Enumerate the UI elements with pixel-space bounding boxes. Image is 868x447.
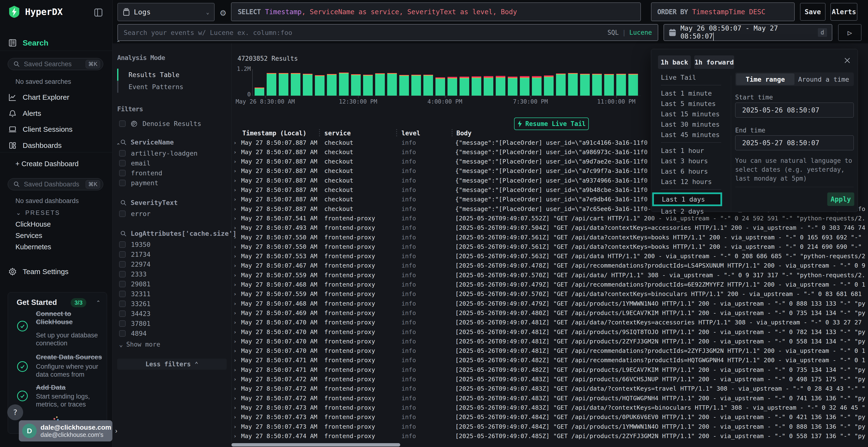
- row-expand-icon[interactable]: ›: [234, 367, 237, 373]
- save-button[interactable]: Save: [800, 3, 826, 21]
- denoise-results-option[interactable]: Denoise Results: [117, 120, 227, 128]
- histogram-bar[interactable]: [447, 77, 457, 96]
- row-expand-icon[interactable]: ›: [234, 244, 237, 250]
- table-row[interactable]: ›May 27 8:50:07.468 AMfrontend-proxyinfo…: [231, 280, 868, 289]
- facet-header[interactable]: SeverityText: [117, 199, 227, 206]
- close-icon[interactable]: [843, 56, 851, 65]
- time-option-last-2-days[interactable]: Last 2 days: [651, 206, 731, 216]
- facet-value[interactable]: 32311: [117, 289, 227, 299]
- row-expand-icon[interactable]: ›: [234, 329, 237, 335]
- column-resize-handle[interactable]: [452, 129, 453, 136]
- checkbox[interactable]: [119, 291, 126, 297]
- table-row[interactable]: ›May 27 8:50:07.473 AMfrontend-proxyinfo…: [231, 403, 868, 412]
- histogram-bar[interactable]: [303, 74, 312, 96]
- preset-kubernetes[interactable]: Kubernetes: [16, 243, 51, 251]
- histogram-bar[interactable]: [496, 76, 505, 96]
- histogram-bar[interactable]: [628, 74, 638, 96]
- saved-dashboards-input[interactable]: Saved Dashboards ⌘K: [8, 178, 103, 190]
- facet-value[interactable]: 37801: [117, 319, 227, 329]
- time-option-last-3-hours[interactable]: Last 3 hours: [651, 156, 731, 166]
- row-expand-icon[interactable]: ›: [234, 253, 237, 259]
- presets-toggle[interactable]: ⌄ PRESETS: [16, 209, 60, 216]
- row-expand-icon[interactable]: ›: [234, 196, 237, 202]
- table-row[interactable]: ›May 27 8:50:07.550 AMfrontend-proxyinfo…: [231, 242, 868, 251]
- help-button[interactable]: ?: [7, 404, 23, 420]
- table-row[interactable]: ›May 27 8:50:07.474 AMfrontend-proxyinfo…: [231, 431, 868, 441]
- checkbox[interactable]: [119, 301, 126, 307]
- histogram-bar[interactable]: [508, 77, 518, 96]
- saved-searches-input[interactable]: Saved Searches ⌘K: [8, 58, 103, 70]
- source-settings-button[interactable]: ⚙: [218, 7, 228, 18]
- histogram-bar[interactable]: [568, 73, 578, 96]
- histogram-bar[interactable]: [315, 75, 324, 96]
- column-header-timestamp[interactable]: Timestamp (Local): [242, 130, 306, 137]
- apply-button[interactable]: Apply: [827, 193, 854, 206]
- checkbox[interactable]: [119, 330, 126, 337]
- analysis-mode-results-table[interactable]: Results Table: [117, 69, 227, 81]
- histogram-bar[interactable]: [399, 75, 409, 96]
- search-input[interactable]: Search your events w/ Lucene ex. column:…: [117, 24, 658, 41]
- row-expand-icon[interactable]: ›: [234, 272, 237, 278]
- sidebar-item-alerts[interactable]: Alerts: [0, 107, 129, 120]
- table-row[interactable]: ›May 27 8:50:07.470 AMfrontend-proxyinfo…: [231, 337, 868, 346]
- row-expand-icon[interactable]: ›: [234, 386, 237, 391]
- tab-around-a-time[interactable]: Around a time: [795, 73, 853, 85]
- checkbox[interactable]: [119, 241, 126, 248]
- table-row[interactable]: ›May 27 8:50:07.472 AMfrontend-proxyinfo…: [231, 384, 868, 393]
- row-expand-icon[interactable]: ›: [234, 319, 237, 325]
- histogram-bar[interactable]: [267, 73, 276, 96]
- histogram-bar[interactable]: [387, 73, 397, 96]
- preset-services[interactable]: Services: [16, 232, 42, 240]
- row-expand-icon[interactable]: ›: [234, 281, 237, 287]
- histogram-bar[interactable]: [592, 74, 602, 96]
- histogram-bar[interactable]: [472, 76, 481, 96]
- row-expand-icon[interactable]: ›: [234, 234, 237, 240]
- facet-value[interactable]: 19350: [117, 240, 227, 249]
- source-select[interactable]: Logs ⌄: [117, 3, 215, 21]
- table-row[interactable]: ›May 27 8:50:07.559 AMfrontend-proxyinfo…: [231, 270, 868, 280]
- histogram-bar[interactable]: [532, 76, 541, 96]
- row-expand-icon[interactable]: ›: [234, 301, 237, 307]
- histogram-bar[interactable]: [339, 72, 349, 96]
- sidebar-item-team-settings[interactable]: Team Settings: [0, 265, 129, 278]
- date-range-input[interactable]: May 26 08:50:07 - May 27 08:50:07 d: [663, 24, 832, 41]
- histogram-bar[interactable]: [580, 74, 590, 96]
- table-row[interactable]: ›May 27 8:50:07.472 AMfrontend-proxyinfo…: [231, 375, 868, 384]
- histogram-bar[interactable]: [375, 73, 385, 96]
- table-row[interactable]: ›May 27 8:50:07.493 AMfrontend-proxyinfo…: [231, 223, 868, 233]
- histogram-bar[interactable]: [460, 77, 469, 96]
- less-filters-button[interactable]: Less filters ⌃: [117, 358, 227, 370]
- table-row[interactable]: ›May 27 8:50:07.550 AMfrontend-proxyinfo…: [231, 232, 868, 242]
- table-row[interactable]: ›May 27 8:50:07.473 AMfrontend-proxyinfo…: [231, 412, 868, 422]
- sidebar-item-search[interactable]: Search ⌃: [0, 36, 129, 49]
- facet-value[interactable]: 29081: [117, 279, 227, 289]
- table-row[interactable]: ›May 27 8:50:07.470 AMfrontend-proxyinfo…: [231, 346, 868, 356]
- histogram-bar[interactable]: [435, 77, 445, 96]
- histogram-bar[interactable]: [484, 76, 493, 96]
- mode-lucene-toggle[interactable]: Lucene: [629, 29, 652, 36]
- chevron-up-icon[interactable]: ⌃: [96, 300, 100, 306]
- row-expand-icon[interactable]: ›: [234, 424, 237, 429]
- row-expand-icon[interactable]: ›: [234, 187, 237, 193]
- histogram-bar[interactable]: [544, 75, 554, 96]
- table-row[interactable]: ›May 27 8:50:07.470 AMfrontend-proxyinfo…: [231, 327, 868, 337]
- row-expand-icon[interactable]: ›: [234, 159, 237, 165]
- mode-sql-toggle[interactable]: SQL: [607, 29, 619, 36]
- table-row[interactable]: ›May 27 8:50:07.471 AMfrontend-proxyinfo…: [231, 355, 868, 365]
- time-option-last-1-minute[interactable]: Last 1 minute: [651, 88, 731, 99]
- row-expand-icon[interactable]: ›: [234, 405, 237, 411]
- facet-value[interactable]: 2333: [117, 269, 227, 279]
- table-row[interactable]: ›May 27 8:50:07.472 AMfrontend-proxyinfo…: [231, 393, 868, 403]
- facet-value[interactable]: 33261: [117, 299, 227, 309]
- facet-value[interactable]: 22974: [117, 260, 227, 269]
- histogram-bar[interactable]: [556, 73, 566, 96]
- table-row[interactable]: ›May 27 8:50:07.469 AMfrontend-proxyinfo…: [231, 308, 868, 318]
- table-row[interactable]: ›May 27 8:50:07.553 AMfrontend-proxyinfo…: [231, 251, 868, 261]
- sidebar-item-client-sessions[interactable]: Client Sessions: [0, 123, 129, 136]
- analysis-mode-event-patterns[interactable]: Event Patterns: [117, 81, 227, 93]
- histogram-bar[interactable]: [255, 88, 264, 96]
- row-expand-icon[interactable]: ›: [234, 348, 237, 354]
- row-expand-icon[interactable]: ›: [234, 140, 237, 146]
- histogram-bar[interactable]: [351, 74, 361, 96]
- table-row[interactable]: ›May 27 8:50:07.470 AMfrontend-proxyinfo…: [231, 318, 868, 327]
